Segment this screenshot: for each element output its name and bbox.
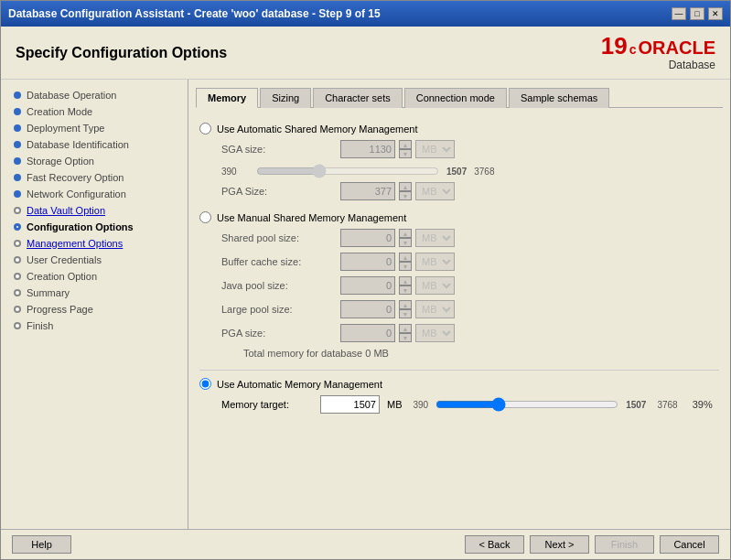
java-pool-row: Java pool size: ▲▼ MB: [221, 276, 719, 295]
amm-radio-group: Use Automatic Memory Management Memory t…: [199, 370, 719, 414]
sidebar-label: Data Vault Option: [27, 205, 105, 216]
asmm-radio-label[interactable]: Use Automatic Shared Memory Management: [199, 123, 719, 135]
pga-up[interactable]: ▲: [399, 324, 412, 333]
finish-button[interactable]: Finish: [595, 535, 654, 554]
sidebar-item-creation-option[interactable]: Creation Option: [1, 268, 188, 285]
sidebar-dot: [14, 256, 21, 264]
amm-slider[interactable]: [435, 397, 618, 412]
sidebar-dot: [14, 124, 21, 132]
buffer-cache-input[interactable]: [340, 253, 395, 271]
sidebar-item-progress-page[interactable]: Progress Page: [1, 301, 188, 318]
java-pool-input[interactable]: [340, 276, 395, 295]
close-button[interactable]: ✕: [708, 7, 723, 20]
lp-down[interactable]: ▼: [399, 309, 412, 318]
sidebar-item-fast-recovery-option[interactable]: Fast Recovery Option: [1, 169, 188, 186]
pga-manual-input[interactable]: [340, 324, 395, 342]
tab-connection-mode[interactable]: Connection mode: [404, 88, 507, 108]
oracle-name: ORACLE: [639, 38, 715, 59]
pga-asmm-row: PGA Size: ▲ ▼ MB GB: [221, 182, 719, 200]
sp-down[interactable]: ▼: [399, 238, 412, 247]
cancel-button[interactable]: Cancel: [660, 535, 719, 554]
tab-area: Memory Sizing Character sets Connection …: [188, 80, 730, 529]
sp-up[interactable]: ▲: [399, 229, 412, 238]
sidebar-label: Storage Option: [27, 156, 94, 167]
sidebar-label: Deployment Type: [27, 123, 104, 134]
sidebar-item-user-credentials[interactable]: User Credentials: [1, 252, 188, 268]
amm-slider-max: 3768: [657, 400, 677, 410]
sga-slider[interactable]: [256, 164, 439, 178]
sga-input[interactable]: [340, 140, 395, 158]
pga-unit[interactable]: MB: [415, 324, 455, 342]
jp-up[interactable]: ▲: [399, 276, 412, 285]
sidebar-dot: [14, 322, 21, 329]
pga-asmm-unit-select[interactable]: MB GB: [415, 182, 455, 200]
minimize-button[interactable]: —: [672, 7, 686, 20]
sidebar-item-management-options[interactable]: Management Options: [1, 235, 188, 252]
pga-asmm-spin-down[interactable]: ▼: [399, 191, 412, 200]
sidebar-label: Summary: [27, 287, 70, 298]
tab-sizing[interactable]: Sizing: [260, 88, 311, 108]
back-button[interactable]: < Back: [465, 535, 524, 554]
sp-unit[interactable]: MB: [415, 229, 455, 247]
amm-radio-label[interactable]: Use Automatic Memory Management: [199, 378, 719, 390]
sga-spin-up[interactable]: ▲: [399, 140, 412, 149]
sga-spin-down[interactable]: ▼: [399, 149, 412, 158]
sidebar-item-data-vault-option[interactable]: Data Vault Option: [1, 202, 188, 219]
footer-left: Help: [12, 535, 71, 554]
manual-radio-group: Use Manual Shared Memory Management Shar…: [199, 211, 719, 359]
jp-down[interactable]: ▼: [399, 285, 412, 295]
tab-sample-schemas[interactable]: Sample schemas: [509, 88, 609, 108]
bc-unit[interactable]: MB: [415, 253, 455, 271]
window-controls: — □ ✕: [672, 7, 723, 20]
large-pool-input[interactable]: [340, 300, 395, 318]
sidebar-label: Creation Mode: [27, 106, 92, 117]
asmm-label: Use Automatic Shared Memory Management: [217, 124, 418, 135]
manual-options: Shared pool size: ▲▼ MB Buffer cache siz…: [221, 229, 719, 359]
help-button[interactable]: Help: [12, 535, 71, 554]
tab-memory[interactable]: Memory: [196, 88, 258, 108]
lp-up[interactable]: ▲: [399, 300, 412, 309]
sidebar-dot: [14, 157, 21, 165]
sga-slider-val: 1507: [446, 167, 467, 177]
sidebar-item-database-operation[interactable]: Database Operation: [1, 87, 188, 103]
java-pool-input-group: ▲▼ MB: [340, 276, 455, 295]
oracle-logo: 19c ORACLE Database: [601, 34, 715, 71]
jp-unit[interactable]: MB: [415, 276, 455, 295]
amm-label: Use Automatic Memory Management: [217, 379, 382, 390]
sidebar-item-network-configuration[interactable]: Network Configuration: [1, 186, 188, 202]
next-button[interactable]: Next >: [530, 535, 589, 554]
bc-down[interactable]: ▼: [399, 262, 412, 271]
sidebar-item-storage-option[interactable]: Storage Option: [1, 153, 188, 169]
lp-unit[interactable]: MB: [415, 300, 455, 318]
memory-tab-content: Use Automatic Shared Memory Management S…: [196, 115, 723, 432]
main-panel: Memory Sizing Character sets Connection …: [188, 80, 730, 529]
oracle-db-label: Database: [669, 59, 715, 71]
sidebar-item-configuration-options[interactable]: Configuration Options: [1, 219, 188, 235]
pga-manual-label: PGA size:: [221, 328, 340, 339]
manual-radio[interactable]: [199, 211, 211, 223]
sidebar-item-database-identification[interactable]: Database Identification: [1, 136, 188, 153]
asmm-radio[interactable]: [199, 123, 211, 135]
footer: Help < Back Next > Finish Cancel: [1, 529, 730, 559]
sidebar-item-summary[interactable]: Summary: [1, 285, 188, 301]
tab-character-sets[interactable]: Character sets: [313, 88, 403, 108]
shared-pool-input[interactable]: [340, 229, 395, 247]
main-window: Database Configuration Assistant - Creat…: [0, 0, 731, 560]
sidebar-item-creation-mode[interactable]: Creation Mode: [1, 103, 188, 120]
sga-slider-min: 390: [221, 167, 249, 177]
pga-asmm-spin-up[interactable]: ▲: [399, 182, 412, 191]
sidebar-label: Configuration Options: [27, 221, 134, 232]
buffer-cache-row: Buffer cache size: ▲▼ MB: [221, 253, 719, 271]
amm-radio[interactable]: [199, 378, 211, 390]
content-area: Database Operation Creation Mode Deploym…: [1, 80, 730, 529]
sidebar-item-finish[interactable]: Finish: [1, 318, 188, 334]
bc-up[interactable]: ▲: [399, 253, 412, 262]
sga-unit-select[interactable]: MB GB: [415, 140, 455, 158]
pga-asmm-input[interactable]: [340, 182, 395, 200]
sidebar-item-deployment-type[interactable]: Deployment Type: [1, 120, 188, 136]
manual-radio-label[interactable]: Use Manual Shared Memory Management: [199, 211, 719, 223]
pga-down[interactable]: ▼: [399, 333, 412, 342]
amm-target-input[interactable]: [320, 395, 380, 414]
sga-label: SGA size:: [221, 144, 340, 155]
maximize-button[interactable]: □: [690, 7, 704, 20]
